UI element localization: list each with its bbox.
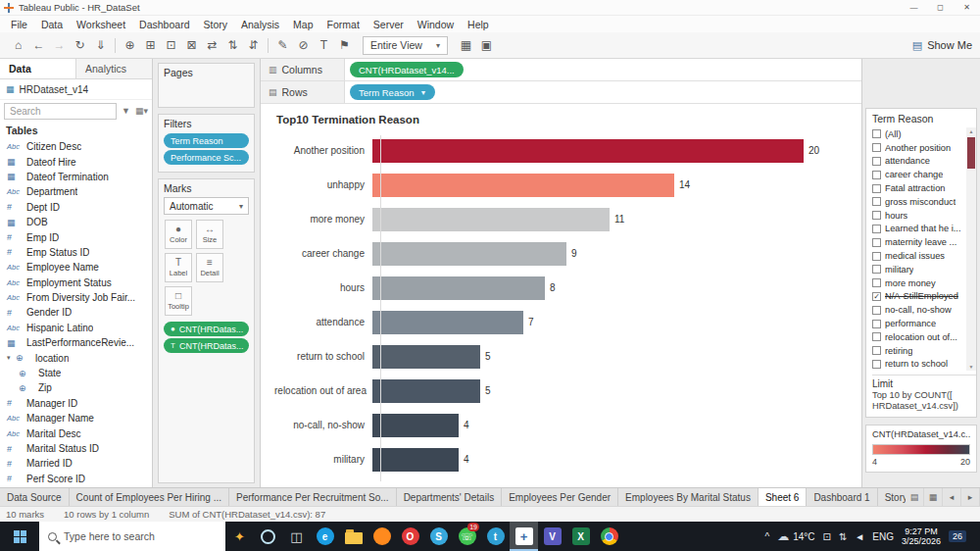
swap-axes-icon[interactable]: ⇄: [202, 35, 222, 55]
marks-field-pill[interactable]: ●CNT(HRDatas...: [164, 322, 249, 336]
color-gradient[interactable]: [872, 444, 970, 455]
menu-help[interactable]: Help: [461, 19, 496, 30]
tooltip-button[interactable]: □Tooltip: [165, 286, 192, 316]
checkbox-icon[interactable]: [872, 171, 881, 179]
sheet-tab-story-1[interactable]: Story 1: [878, 488, 906, 506]
filter-option-performance[interactable]: performance: [872, 317, 964, 330]
checkbox-icon[interactable]: [872, 157, 881, 166]
text-label-icon[interactable]: T: [314, 35, 334, 55]
whatsapp-icon[interactable]: ☏19: [453, 522, 481, 551]
sheet-tab-dashboard-1[interactable]: Dashboard 1: [807, 488, 877, 506]
checkbox-icon[interactable]: [872, 238, 881, 247]
field-state[interactable]: ⊕State: [0, 366, 152, 380]
filter-option-all[interactable]: (All): [872, 127, 964, 141]
checkbox-icon[interactable]: [872, 129, 881, 138]
filter-option-fatal-attraction[interactable]: Fatal attraction: [872, 181, 964, 195]
minimize-button[interactable]: —: [901, 0, 927, 15]
skype-icon[interactable]: S: [424, 522, 453, 551]
clear-sheet-icon[interactable]: ⊠: [181, 35, 202, 55]
field-manager-name[interactable]: AbcManager Name: [0, 411, 152, 426]
filter-option-attendance[interactable]: attendance: [872, 155, 964, 169]
menu-window[interactable]: Window: [411, 19, 461, 30]
field-manager-id[interactable]: #Manager ID: [0, 396, 152, 411]
checkbox-icon[interactable]: [872, 360, 881, 369]
sort-filter-icon[interactable]: ▼: [420, 89, 427, 96]
rows-shelf[interactable]: Term Reason ▼: [345, 84, 435, 100]
sort-ascending-icon[interactable]: ⇅: [222, 35, 243, 55]
field-zip[interactable]: ⊕Zip: [0, 380, 152, 395]
chart-bar-return-to-school[interactable]: [372, 345, 480, 369]
filter-option-military[interactable]: military: [872, 263, 964, 276]
sheet-tab-employees-per-gender[interactable]: Employees Per Gender: [502, 488, 618, 506]
chrome-icon[interactable]: [595, 522, 623, 551]
view-options-icon[interactable]: ▦▾: [135, 106, 148, 116]
filter-scrollbar[interactable]: ▲ ▼: [966, 127, 976, 371]
chart-bar-another-position[interactable]: [372, 139, 804, 163]
filter-option-learned-that-he-i[interactable]: Learned that he i...: [872, 223, 964, 236]
filter-fields-icon[interactable]: ▼: [120, 106, 132, 116]
redo-icon[interactable]: →: [49, 35, 70, 55]
checkbox-icon[interactable]: [872, 211, 881, 220]
tray-expand-icon[interactable]: ^: [765, 531, 770, 542]
telegram-icon[interactable]: t: [481, 522, 510, 551]
chart-bar-relocation-out-of-area[interactable]: [372, 379, 480, 403]
expand-caret-icon[interactable]: ▾: [7, 354, 16, 362]
network-icon[interactable]: ⇅: [839, 531, 847, 542]
menu-worksheet[interactable]: Worksheet: [70, 19, 132, 30]
datasource-item[interactable]: ▦ HRDataset_v14: [0, 79, 152, 100]
sort-descending-icon[interactable]: ⇵: [243, 35, 264, 55]
monitor-icon[interactable]: ⊡: [823, 531, 831, 542]
field-emp-id[interactable]: #Emp ID: [0, 229, 152, 244]
visual-studio-icon[interactable]: V: [538, 522, 566, 551]
scrollbar-thumb[interactable]: [967, 137, 975, 169]
menu-file[interactable]: File: [4, 19, 34, 30]
add-data-icon[interactable]: ⊕: [120, 35, 140, 55]
field-employment-status[interactable]: AbcEmployment Status: [0, 276, 152, 290]
menu-analysis[interactable]: Analysis: [234, 19, 286, 30]
size-button[interactable]: ↔Size: [196, 220, 223, 249]
taskbar-search-input[interactable]: Type here to search: [39, 522, 225, 551]
sheet-tab-performance-per-recruitment-so[interactable]: Performance Per Recruitment So...: [229, 488, 397, 506]
restore-button[interactable]: ◻: [927, 0, 954, 15]
filter-option-relocation-out-of[interactable]: relocation out of...: [872, 330, 964, 344]
filter-option-return-to-school[interactable]: return to school: [872, 358, 964, 372]
highlight-icon[interactable]: ✎: [272, 35, 293, 55]
filter-pill-performance-sc[interactable]: Performance Sc...: [164, 150, 249, 165]
checkbox-icon[interactable]: [872, 306, 881, 315]
filter-option-maternity-leave[interactable]: maternity leave ...: [872, 235, 964, 249]
label-button[interactable]: TLabel: [165, 253, 192, 282]
checkbox-icon[interactable]: [872, 143, 881, 152]
chart-bar-no-call-no-show[interactable]: [372, 414, 459, 437]
checkbox-icon[interactable]: [872, 225, 881, 233]
filters-card[interactable]: Filters Term ReasonPerformance Sc...: [158, 114, 255, 173]
checkbox-icon[interactable]: [872, 320, 881, 328]
filter-option-no-call-no-show[interactable]: no-call, no-show: [872, 303, 964, 317]
menu-server[interactable]: Server: [367, 19, 411, 30]
field-dateof-hire[interactable]: ▦Dateof Hire: [0, 154, 152, 169]
chart-bar-unhappy[interactable]: [372, 174, 674, 197]
columns-pill[interactable]: CNT(HRDataset_v14...: [350, 62, 464, 77]
menu-data[interactable]: Data: [34, 19, 70, 30]
filter-option-hours[interactable]: hours: [872, 209, 964, 223]
firefox-icon[interactable]: [368, 522, 396, 551]
menu-format[interactable]: Format: [320, 19, 367, 30]
filter-option-medical-issues[interactable]: medical issues: [872, 249, 964, 263]
show-hide-cards-icon[interactable]: ▦: [456, 35, 476, 55]
chart-bar-attendance[interactable]: [372, 311, 523, 334]
pages-card[interactable]: Pages: [158, 63, 255, 108]
chart-bar-career-change[interactable]: [372, 242, 566, 266]
file-explorer-icon[interactable]: [339, 522, 368, 551]
filter-option-career-change[interactable]: career change: [872, 168, 964, 181]
cortana-button[interactable]: [254, 522, 282, 551]
chart-bar-military[interactable]: [372, 448, 459, 472]
mark-type-dropdown[interactable]: Automatic ▾: [164, 197, 249, 215]
undo-icon[interactable]: ←: [28, 35, 49, 55]
field-married-id[interactable]: #Married ID: [0, 456, 152, 471]
field-hispanic-latino[interactable]: AbcHispanic Latino: [0, 321, 152, 335]
field-perf-score-id[interactable]: #Perf Score ID: [0, 472, 152, 486]
field-dob[interactable]: ▦DOB: [0, 215, 152, 229]
tableau-icon[interactable]: +: [510, 522, 538, 551]
sheet-tab-sheet-6[interactable]: Sheet 6: [759, 488, 807, 506]
sheet-tab-data-source[interactable]: Data Source: [0, 488, 70, 506]
sheet-tab-departments-details[interactable]: Departments' Details: [397, 488, 503, 506]
